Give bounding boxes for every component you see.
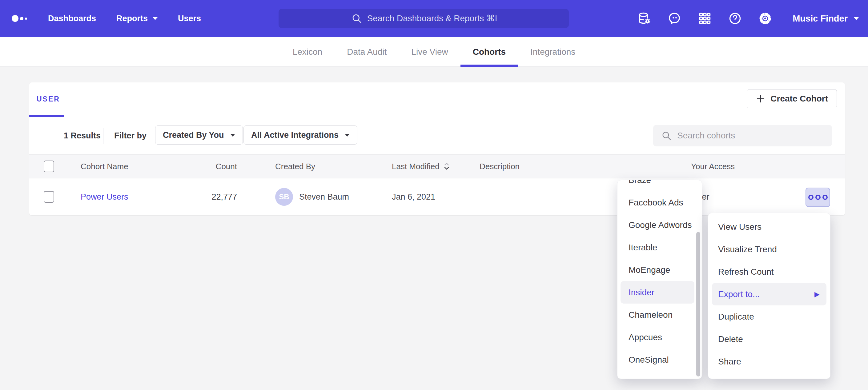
export-destination-item[interactable]: Insider [621, 281, 694, 303]
context-menu-item-label: Export to... [718, 289, 760, 299]
export-destination-item[interactable]: Google Adwords [617, 214, 698, 236]
search-icon [351, 13, 362, 24]
context-menu-item[interactable]: Delete [708, 328, 830, 350]
chevron-down-icon [854, 17, 859, 20]
section-tab[interactable]: Integrations [518, 37, 588, 67]
export-submenu-list: Braze Facebook Ads Google Adwords Iterab… [617, 180, 698, 371]
export-destination-item[interactable]: Iterable [617, 236, 698, 259]
divider [103, 128, 103, 144]
export-destination-item[interactable]: Chameleon [617, 303, 698, 326]
export-destination-item[interactable]: Braze [617, 180, 698, 191]
chevron-down-icon [153, 17, 158, 20]
section-tab[interactable]: Lexicon [280, 37, 335, 67]
column-your-access: Your Access [691, 155, 771, 178]
create-cohort-button[interactable]: Create Cohort [747, 89, 837, 108]
global-search-input[interactable] [367, 13, 496, 23]
filter-row: 1 Results Filter by Created By You All A… [29, 117, 845, 154]
export-destination-item[interactable]: Facebook Ads [617, 191, 698, 214]
context-menu-item[interactable]: Refresh Count [708, 261, 830, 283]
nav-item-label: Users [178, 14, 201, 23]
export-destination-label: Insider [628, 288, 654, 297]
column-created-by: Created By [275, 155, 377, 178]
submenu-scrollbar[interactable] [696, 232, 700, 377]
context-menu-item-label: View Users [718, 222, 762, 232]
export-destination-label: Google Adwords [628, 220, 692, 230]
export-destination-item[interactable]: OneSignal [617, 349, 698, 371]
logo-dot-medium [20, 17, 23, 20]
tab-user-cohorts[interactable]: USER [37, 95, 60, 103]
avatar: SB [275, 188, 293, 206]
dot-icon [815, 195, 820, 200]
table-header: Cohort Name Count Created By Last Modifi… [29, 154, 845, 178]
sort-toggle[interactable] [443, 162, 450, 171]
column-description: Description [479, 155, 603, 178]
project-name: Music Finder [793, 13, 848, 24]
cohort-name-link[interactable]: Power Users [81, 192, 128, 202]
context-menu-item[interactable]: Export to... ▶ [712, 283, 827, 305]
created-by-name: Steven Baum [299, 192, 349, 202]
context-menu-item-label: Delete [718, 334, 743, 344]
section-tab-label: Live View [411, 47, 448, 57]
top-nav: Dashboards Reports Users [0, 0, 868, 37]
export-destination-item[interactable]: MoEngage [617, 259, 698, 281]
help-icon[interactable] [728, 11, 742, 26]
apps-grid-icon[interactable] [698, 11, 712, 26]
export-submenu: Braze Facebook Ads Google Adwords Iterab… [617, 180, 702, 379]
cohort-search[interactable] [653, 125, 832, 147]
section-tab-label: Cohorts [473, 47, 506, 57]
context-menu-item[interactable]: Share [708, 350, 830, 373]
feedback-icon[interactable] [668, 11, 682, 26]
cohort-count: 22,777 [180, 178, 237, 215]
section-tab-label: Data Audit [347, 47, 386, 57]
column-count: Count [180, 155, 237, 178]
integrations-filter-label: All Active Integrations [251, 130, 339, 140]
nav-item[interactable]: Reports [116, 14, 158, 23]
row-checkbox[interactable] [44, 191, 54, 203]
settings-gear-icon[interactable] [758, 11, 772, 26]
results-count: 1 Results [64, 117, 101, 154]
section-tab[interactable]: Cohorts [461, 37, 518, 67]
search-icon [661, 130, 672, 141]
filter-by-label: Filter by [114, 117, 147, 154]
mixpanel-logo[interactable] [12, 0, 27, 37]
context-menu-item-label: Refresh Count [718, 267, 774, 277]
context-menu-item-label: Share [718, 357, 741, 366]
data-management-icon[interactable] [638, 11, 652, 26]
export-destination-label: Chameleon [628, 310, 673, 320]
created-by-filter-dropdown[interactable]: Created By You [155, 126, 243, 144]
logo-dot-small [25, 18, 27, 20]
logo-dot-large [12, 15, 19, 22]
section-tab[interactable]: Live View [399, 37, 460, 67]
context-menu-item[interactable]: Duplicate [708, 305, 830, 328]
nav-item[interactable]: Users [178, 14, 201, 23]
project-switcher[interactable]: Music Finder [793, 13, 859, 24]
integrations-filter-dropdown[interactable]: All Active Integrations [244, 126, 358, 144]
nav-menu: Dashboards Reports Users [48, 0, 201, 37]
context-menu-item[interactable]: View Users [708, 216, 830, 238]
cohorts-page: Dashboards Reports Users [0, 0, 868, 390]
export-destination-label: MoEngage [628, 265, 670, 275]
create-cohort-label: Create Cohort [770, 94, 828, 104]
created-by-filter-label: Created By You [163, 130, 224, 140]
export-destination-label: Iterable [628, 243, 657, 252]
cohorts-card: USER Create Cohort 1 Results Filter by C… [29, 83, 845, 215]
context-menu-item-label: Duplicate [718, 312, 754, 321]
section-tab-label: Lexicon [293, 47, 322, 57]
nav-item[interactable]: Dashboards [48, 14, 96, 23]
select-all-checkbox[interactable] [44, 161, 54, 172]
export-destination-item[interactable]: Appcues [617, 326, 698, 349]
nav-item-label: Reports [116, 14, 148, 23]
chevron-down-icon [230, 134, 235, 136]
context-menu-item[interactable]: Visualize Trend [708, 238, 830, 261]
nav-item-label: Dashboards [48, 14, 96, 23]
row-actions-button[interactable] [806, 188, 830, 207]
sort-arrows-icon [443, 162, 450, 171]
description-cell [479, 178, 603, 215]
nav-right-cluster: Music Finder [638, 0, 859, 37]
global-search[interactable] [279, 9, 569, 28]
submenu-arrow-icon: ▶ [814, 283, 820, 305]
section-tab[interactable]: Data Audit [335, 37, 399, 67]
context-menu-item-label: Visualize Trend [718, 245, 777, 254]
cohort-search-input[interactable] [677, 131, 813, 140]
context-menu-list: View Users Visualize Trend Refresh Count… [708, 216, 830, 373]
